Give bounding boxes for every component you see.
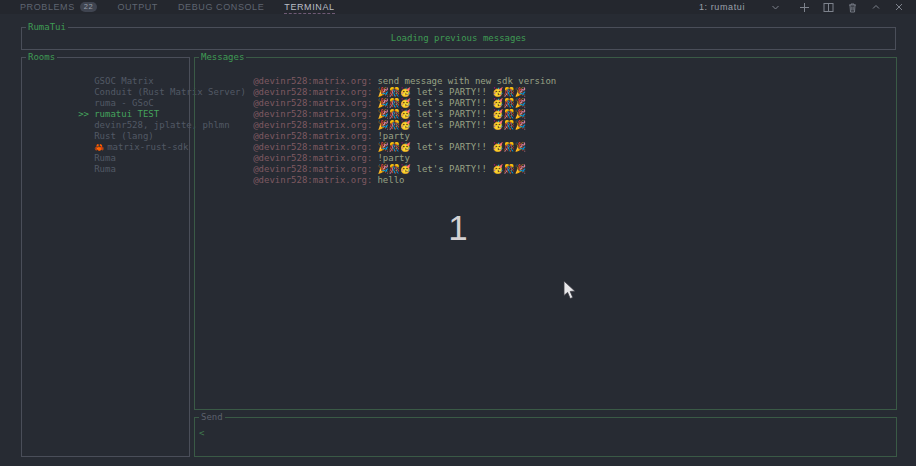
message-text: 🎉🎊🥳 let's PARTY!! 🥳🎊🎉	[377, 87, 526, 97]
message-sender: @devinr528:matrix.org:	[253, 131, 372, 141]
vscode-panel: PROBLEMS 22 OUTPUT DEBUG CONSOLE TERMINA…	[0, 0, 916, 466]
message-sender: @devinr528:matrix.org:	[253, 120, 372, 130]
send-panel: Send <	[194, 417, 897, 457]
room-name: Ruma	[94, 153, 116, 163]
room-name: ruma - GSoC	[94, 98, 154, 108]
message-sender: @devinr528:matrix.org:	[253, 76, 372, 86]
room-name: matrix-rust-sdk	[107, 142, 188, 152]
room-name: Ruma	[94, 164, 116, 174]
room-selection-marker: >>	[78, 109, 94, 120]
trash-icon[interactable]	[847, 2, 858, 13]
messages-panel: Messages @devinr528:matrix.org:send mess…	[194, 57, 897, 410]
panel-tabbar: PROBLEMS 22 OUTPUT DEBUG CONSOLE TERMINA…	[0, 0, 916, 14]
chevron-down-icon	[771, 3, 780, 12]
room-name: Rust (lang)	[94, 131, 154, 141]
tab-terminal[interactable]: TERMINAL	[284, 0, 334, 14]
split-terminal-icon[interactable]	[823, 2, 834, 13]
tab-debug-console[interactable]: DEBUG CONSOLE	[178, 0, 264, 14]
loading-status: Loading previous messages	[22, 28, 895, 44]
tab-output[interactable]: OUTPUT	[117, 0, 158, 14]
message: @devinr528:matrix.org:send message with …	[199, 65, 896, 76]
tab-problems-label: PROBLEMS	[20, 2, 75, 12]
tab-debug-console-label: DEBUG CONSOLE	[178, 2, 264, 12]
mouse-cursor	[563, 280, 577, 304]
room-crab-icon: 🦀	[94, 143, 104, 152]
message-sender: @devinr528:matrix.org:	[253, 175, 372, 185]
terminal-instance-label: 1: rumatui	[699, 2, 745, 12]
message-sender: @devinr528:matrix.org:	[253, 87, 372, 97]
rumatui-status-box: RumaTui Loading previous messages	[21, 27, 896, 50]
close-icon[interactable]	[894, 2, 904, 12]
message-sender: @devinr528:matrix.org:	[253, 98, 372, 108]
message-sender: @devinr528:matrix.org:	[253, 109, 372, 119]
message-text: send message with new sdk version	[377, 76, 556, 86]
problems-count-badge: 22	[80, 2, 98, 12]
room-name: GSOC Matrix	[94, 76, 154, 86]
message-sender: @devinr528:matrix.org:	[253, 164, 372, 174]
message-text: hello	[377, 175, 404, 185]
terminal-instance-select[interactable]: 1: rumatui	[699, 2, 780, 12]
tab-output-label: OUTPUT	[117, 2, 158, 12]
message-text: !party	[377, 131, 410, 141]
send-panel-title: Send	[199, 412, 225, 423]
send-message-input[interactable]: <	[195, 418, 896, 439]
room-name: rumatui TEST	[94, 109, 159, 119]
message-text: 🎉🎊🥳 let's PARTY!! 🥳🎊🎉	[377, 98, 526, 108]
tab-terminal-label: TERMINAL	[284, 2, 334, 12]
tab-problems[interactable]: PROBLEMS 22	[20, 0, 97, 14]
pane-number-overlay: 1	[441, 209, 475, 247]
rooms-panel: Rooms GSOC Matrix Conduit (Rust Matrix S…	[21, 57, 190, 457]
room-list-item[interactable]: GSOC Matrix	[22, 65, 189, 76]
chevron-up-icon[interactable]	[871, 2, 881, 12]
message-text: 🎉🎊🥳 let's PARTY!! 🥳🎊🎉	[377, 120, 526, 130]
message-sender: @devinr528:matrix.org:	[253, 153, 372, 163]
message-sender: @devinr528:matrix.org:	[253, 142, 372, 152]
rooms-list: GSOC Matrix Conduit (Rust Matrix Server)…	[22, 58, 189, 164]
messages-list: @devinr528:matrix.org:send message with …	[195, 58, 896, 175]
terminal-controls: 1: rumatui	[699, 0, 904, 14]
message-text: 🎉🎊🥳 let's PARTY!! 🥳🎊🎉	[377, 164, 526, 174]
message-text: 🎉🎊🥳 let's PARTY!! 🥳🎊🎉	[377, 109, 526, 119]
messages-panel-title: Messages	[199, 52, 246, 63]
message-text: !party	[377, 153, 410, 163]
rooms-panel-title: Rooms	[26, 52, 57, 63]
new-terminal-plus-icon[interactable]	[799, 2, 810, 13]
app-title: RumaTui	[26, 22, 68, 33]
message-text: 🎉🎊🥳 let's PARTY!! 🥳🎊🎉	[377, 142, 526, 152]
